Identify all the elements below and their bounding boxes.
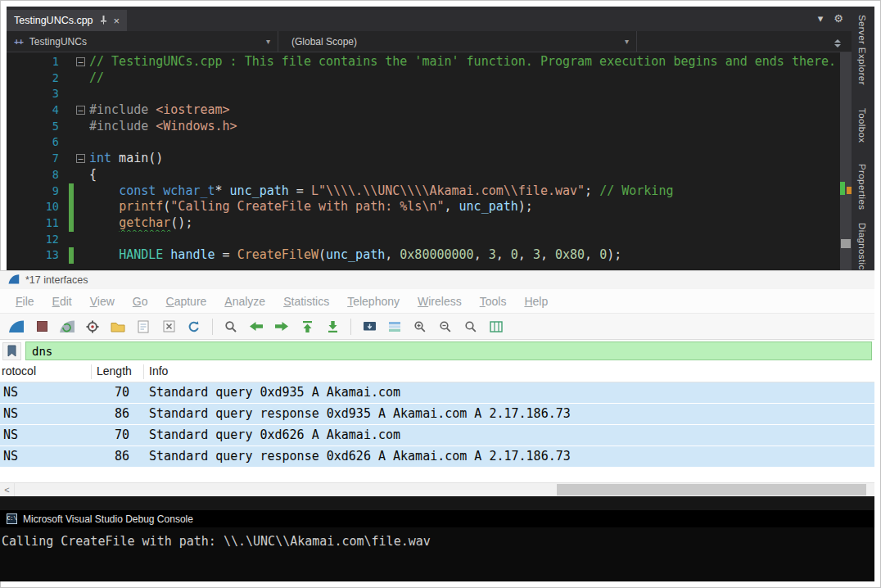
code-line[interactable]: 13 HANDLE handle = CreateFileW(unc_path,… <box>7 247 852 264</box>
horizontal-scroll-track[interactable] <box>15 483 874 496</box>
reload-icon[interactable] <box>184 317 204 337</box>
wireshark-titlebar[interactable]: *17 interfaces <box>0 271 874 289</box>
code-line[interactable]: 1–// TestingUNCs.cpp : This file contain… <box>7 54 852 70</box>
menu-telephony[interactable]: Telephony <box>338 295 409 308</box>
go-forward-icon[interactable] <box>272 317 291 337</box>
zoom-in-icon[interactable] <box>410 317 430 337</box>
fold-toggle-icon[interactable]: – <box>76 106 85 115</box>
line-number: 2 <box>7 70 69 87</box>
packet-row[interactable]: NS70Standard query 0xd935 A Akamai.com <box>0 382 874 403</box>
code-text: HANDLE handle = CreateFileW(unc_path, 0x… <box>89 247 852 264</box>
side-tab-diagnostic[interactable]: Diagnostic <box>857 223 867 270</box>
code-text: // <box>89 70 852 87</box>
horizontal-scroll-thumb[interactable] <box>557 484 866 495</box>
code-editor[interactable]: 1–// TestingUNCs.cpp : This file contain… <box>7 52 852 270</box>
menu-edit[interactable]: Edit <box>43 295 81 308</box>
packet-row[interactable]: NS86Standard query response 0xd626 A Aka… <box>0 446 874 467</box>
background-window-strip <box>0 496 874 510</box>
menu-wireless[interactable]: Wireless <box>409 295 471 308</box>
code-line[interactable]: 9 const wchar_t* unc_path = L"\\\\.\\UNC… <box>7 183 852 200</box>
column-header-length[interactable]: Length <box>97 364 132 378</box>
side-tab-properties[interactable]: Properties <box>857 164 867 210</box>
menu-analyze[interactable]: Analyze <box>215 295 274 308</box>
scope-dropdown-value: (Global Scope) <box>291 36 357 47</box>
display-filter-input[interactable]: dns <box>25 341 872 360</box>
scrollbar-thumb[interactable] <box>841 239 851 248</box>
editor-vertical-scrollbar[interactable] <box>840 52 852 270</box>
menu-statistics[interactable]: Statistics <box>274 295 338 308</box>
close-file-icon[interactable] <box>159 317 178 337</box>
editor-tab-testinguncs[interactable]: TestingUNCs.cpp × <box>7 10 127 31</box>
zoom-out-icon[interactable] <box>436 317 455 337</box>
column-divider[interactable] <box>143 364 144 379</box>
code-line[interactable]: 8{ <box>7 167 852 183</box>
colorize-icon[interactable] <box>385 317 404 337</box>
save-file-icon[interactable] <box>133 317 153 337</box>
filter-bar: dns <box>0 340 874 362</box>
code-text <box>89 86 852 102</box>
code-line[interactable]: 5#include <Windows.h> <box>7 119 852 135</box>
pin-icon[interactable] <box>100 15 107 27</box>
side-tab-server-explorer[interactable]: Server Explorer <box>857 15 867 85</box>
go-back-icon[interactable] <box>246 317 266 337</box>
menu-help[interactable]: Help <box>515 295 557 308</box>
navigation-updown-icon[interactable] <box>834 37 842 52</box>
code-line[interactable]: 2// <box>7 70 852 87</box>
code-line[interactable]: 10 printf("Calling CreateFile with path:… <box>7 199 852 215</box>
console-icon: C:\ <box>7 513 17 524</box>
open-file-icon[interactable] <box>108 317 128 337</box>
settings-gear-icon[interactable]: ⚙ <box>834 12 843 25</box>
toolbar-separator <box>212 319 213 335</box>
capture-options-icon[interactable] <box>83 317 102 337</box>
restart-capture-icon[interactable] <box>57 317 77 337</box>
tab-label: TestingUNCs.cpp <box>14 15 93 26</box>
menu-tools[interactable]: Tools <box>471 295 516 308</box>
fold-toggle-icon[interactable]: – <box>76 57 85 66</box>
menu-go[interactable]: Go <box>124 295 157 308</box>
packet-row[interactable]: NS86Standard query response 0xd935 A Aka… <box>0 404 874 424</box>
line-number: 3 <box>7 86 69 102</box>
start-capture-icon[interactable] <box>7 317 26 337</box>
scroll-left-icon[interactable]: < <box>0 483 15 496</box>
console-titlebar[interactable]: C:\ Microsoft Visual Studio Debug Consol… <box>0 510 874 527</box>
desktop: Server ExplorerToolboxPropertiesDiagnost… <box>0 0 881 588</box>
code-text: // TestingUNCs.cpp : This file contains … <box>89 54 852 70</box>
stop-capture-icon[interactable] <box>32 317 52 337</box>
fold-margin <box>74 70 89 87</box>
side-tab-toolbox[interactable]: Toolbox <box>857 108 867 142</box>
auto-scroll-icon[interactable] <box>359 317 379 337</box>
go-first-icon[interactable] <box>297 317 317 337</box>
code-line[interactable]: 6 <box>7 134 852 151</box>
go-last-icon[interactable] <box>323 317 342 337</box>
code-text <box>89 134 852 151</box>
tab-overflow-chevron-icon[interactable]: ▾ <box>818 12 824 25</box>
display-filter-value: dns <box>32 345 52 358</box>
line-number: 1 <box>7 54 69 70</box>
column-divider[interactable] <box>91 364 92 379</box>
fold-margin: – <box>74 54 89 70</box>
code-line[interactable]: 12 <box>7 232 852 248</box>
menu-file[interactable]: File <box>7 295 43 308</box>
chevron-down-icon: ▾ <box>625 37 629 46</box>
fold-toggle-icon[interactable]: – <box>76 154 85 163</box>
menu-capture[interactable]: Capture <box>157 295 216 308</box>
resize-columns-icon[interactable] <box>486 317 506 337</box>
project-dropdown[interactable]: ++ TestingUNCs ▾ <box>7 31 278 52</box>
zoom-reset-icon[interactable] <box>461 317 481 337</box>
code-line[interactable]: 3 <box>7 86 852 102</box>
column-header-protocol[interactable]: rotocol <box>2 364 36 378</box>
scope-dropdown[interactable]: (Global Scope) ▾ <box>278 31 637 52</box>
code-line[interactable]: 11 getchar(); <box>7 215 852 232</box>
packet-row[interactable]: NS70Standard query 0xd626 A Akamai.com <box>0 425 874 446</box>
filter-bookmark-icon[interactable] <box>2 342 21 360</box>
column-header-info[interactable]: Info <box>149 364 168 378</box>
code-text: #include <Windows.h> <box>89 119 852 135</box>
code-line[interactable]: 4–#include <iostream> <box>7 102 852 119</box>
close-tab-icon[interactable]: × <box>114 16 120 26</box>
fold-margin: – <box>74 151 89 167</box>
console-output[interactable]: Calling CreateFile with path: \\.\UNC\\A… <box>0 527 874 581</box>
code-line[interactable]: 7–int main() <box>7 151 852 167</box>
console-line: Calling CreateFile with path: \\.\UNC\\A… <box>2 534 873 549</box>
find-packet-icon[interactable] <box>221 317 241 337</box>
menu-view[interactable]: View <box>81 295 124 308</box>
